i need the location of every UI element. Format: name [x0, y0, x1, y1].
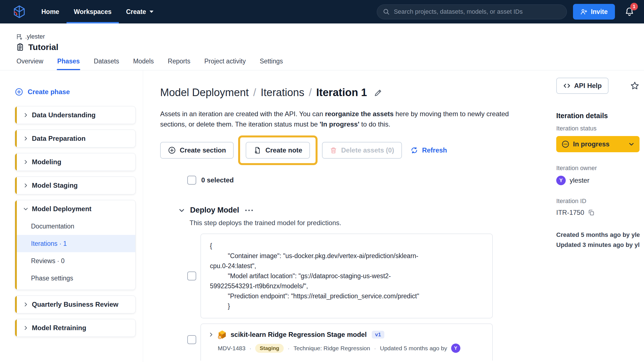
iteration-toolbar: Create section Create note Delete assets… [160, 135, 556, 165]
create-phase-button[interactable]: Create phase [15, 88, 136, 96]
sub-item-label: Phase settings [31, 275, 73, 282]
tab-phases[interactable]: Phases [57, 58, 80, 70]
phase-toggle-model-deployment[interactable]: Model Deployment [15, 200, 135, 218]
project-icon [16, 43, 24, 51]
tab-label: Models [133, 58, 154, 65]
project-title-row: Tutorial [16, 42, 644, 52]
phase-label: Model Retraining [32, 324, 86, 332]
app-logo-icon[interactable] [12, 5, 26, 19]
tab-models[interactable]: Models [132, 58, 154, 70]
breadcrumb-current: Iteration 1 [316, 87, 367, 99]
status-in-progress-icon [561, 140, 570, 148]
chevron-right-icon [23, 112, 29, 118]
tab-label: Reports [168, 58, 190, 65]
chevron-right-icon [23, 325, 29, 331]
create-section-label: Create section [180, 146, 226, 154]
phase-card-model-staging: Model Staging [15, 177, 136, 194]
note-asset-row: { "Container image": "us-docker.pkg.dev/… [187, 234, 556, 318]
create-note-label: Create note [265, 146, 302, 154]
model-title-row: scikit-learn Ridge Regression Stage mode… [208, 330, 485, 340]
phase-card-data-preparation: Data Preparation [15, 130, 136, 147]
desc-text: to do this. [359, 120, 390, 128]
code-icon [563, 82, 571, 90]
tab-settings[interactable]: Settings [259, 58, 283, 70]
workspace-icon [16, 34, 22, 40]
phase-toggle-model-staging[interactable]: Model Staging [15, 177, 135, 194]
iteration-owner-row: Y ylester [556, 176, 640, 185]
delete-assets-label: Delete assets (0) [341, 146, 394, 154]
tab-label: Overview [16, 58, 43, 65]
invite-button[interactable]: Invite [573, 4, 615, 20]
trash-icon [330, 147, 337, 154]
search-icon [383, 8, 390, 15]
ellipsis-menu-icon[interactable] [244, 208, 254, 212]
selected-count: 0 selected [201, 176, 234, 184]
chevron-down-icon[interactable] [178, 207, 185, 214]
phase-toggle-modeling[interactable]: Modeling [15, 153, 135, 171]
model-id: MDV-1483 [218, 345, 245, 352]
page-title: Tutorial [28, 42, 58, 52]
tab-datasets[interactable]: Datasets [93, 58, 120, 70]
sidebar-item-iterations[interactable]: Iterations · 1 [15, 235, 135, 252]
tab-project-activity[interactable]: Project activity [204, 58, 246, 70]
refresh-label: Refresh [422, 146, 447, 154]
phase-toggle-data-understanding[interactable]: Data Understanding [15, 106, 135, 124]
notifications-button[interactable]: 1 [623, 4, 636, 20]
pencil-icon [374, 88, 383, 97]
delete-assets-button[interactable]: Delete assets (0) [322, 142, 402, 159]
create-phase-label: Create phase [28, 88, 70, 96]
search-input[interactable] [394, 8, 561, 15]
api-help-button[interactable]: API Help [556, 78, 609, 94]
sub-item-label: Documentation [31, 223, 74, 230]
phase-list: Data Understanding Data Preparation Mode… [15, 106, 136, 337]
nav-create[interactable]: Create [119, 0, 161, 23]
phase-toggle-data-preparation[interactable]: Data Preparation [15, 130, 135, 147]
details-top-row: API Help [556, 78, 640, 94]
tab-reports[interactable]: Reports [167, 58, 191, 70]
project-header: .ylester Tutorial Overview Phases Datase… [0, 23, 644, 70]
breadcrumb-iterations[interactable]: Iterations [261, 87, 304, 99]
breadcrumb: Model Deployment / Iterations / Iteratio… [160, 87, 556, 99]
desc-bold: reorganize the assets [325, 110, 394, 118]
note-checkbox[interactable] [187, 272, 196, 280]
model-name-link[interactable]: scikit-learn Ridge Regression Stage mode… [231, 331, 367, 339]
model-checkbox[interactable] [187, 335, 196, 344]
iteration-status-dropdown[interactable]: In progress [556, 136, 640, 152]
edit-iteration-name-button[interactable] [374, 88, 383, 97]
nav-workspaces[interactable]: Workspaces [67, 0, 119, 23]
star-icon[interactable] [630, 81, 640, 90]
tab-overview[interactable]: Overview [16, 58, 44, 70]
workspace-breadcrumb[interactable]: .ylester [16, 33, 644, 40]
sidebar-item-reviews[interactable]: Reviews · 0 [15, 252, 135, 270]
nav-home[interactable]: Home [34, 0, 67, 23]
select-all-checkbox[interactable] [187, 176, 196, 185]
iteration-main: Model Deployment / Iterations / Iteratio… [143, 70, 556, 362]
chevron-right-icon [23, 183, 29, 188]
iteration-owner-label: Iteration owner [556, 165, 640, 172]
phase-toggle-quarterly-business-review[interactable]: Quarterly Business Review [15, 296, 135, 313]
model-version-badge: v1 [372, 331, 384, 339]
selection-row: 0 selected [187, 176, 556, 185]
chevron-right-icon[interactable] [208, 332, 214, 337]
sidebar-item-phase-settings[interactable]: Phase settings [15, 270, 135, 287]
desc-text: Assets in an iteration are created with … [160, 110, 325, 118]
copy-icon[interactable] [588, 209, 595, 216]
meta-separator: · [249, 345, 251, 352]
app-root: Home Workspaces Create Invite 1 .yles [0, 0, 644, 362]
chevron-down-icon [23, 206, 29, 212]
content-area: Create phase Data Understanding Data Pre… [0, 70, 644, 362]
updated-line: Updated 3 minutes ago by yle [556, 240, 640, 250]
phases-sidebar: Create phase Data Understanding Data Pre… [0, 70, 143, 362]
breadcrumb-phase[interactable]: Model Deployment [160, 87, 249, 99]
tab-label: Datasets [94, 58, 119, 65]
sidebar-item-documentation[interactable]: Documentation [15, 218, 135, 235]
breadcrumb-separator: / [309, 87, 312, 99]
phase-toggle-model-retraining[interactable]: Model Retraining [15, 319, 135, 337]
create-note-button[interactable]: Create note [246, 142, 310, 159]
global-search[interactable] [377, 4, 567, 19]
phase-card-model-deployment: Model Deployment Documentation Iteration… [15, 200, 136, 290]
top-navigation: Home Workspaces Create Invite 1 [0, 0, 644, 23]
refresh-button[interactable]: Refresh [410, 146, 447, 154]
create-section-button[interactable]: Create section [160, 142, 234, 159]
iteration-status-value: In progress [573, 140, 610, 148]
